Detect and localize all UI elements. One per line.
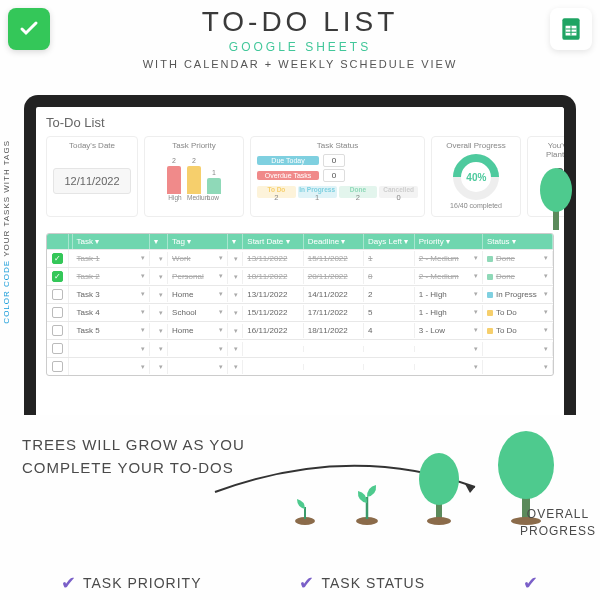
table-row[interactable]: ✓ Task 2▾ ▾ Personal▾ ▾ 18/11/2022 20/11…: [47, 267, 553, 285]
table-row[interactable]: ▾ ▾ ▾ ▾ ▾ ▾: [47, 339, 553, 357]
date-label: Today's Date: [53, 141, 131, 150]
tag-cell[interactable]: ▾: [168, 360, 228, 374]
page-tagline: WITH CALENDAR + WEEKLY SCHEDULE VIEW: [0, 58, 600, 70]
priority-card: Task Priority 221 HighMediumLow: [144, 136, 244, 217]
svg-point-8: [540, 168, 572, 212]
priority-title: Task Priority: [151, 141, 237, 150]
table-row[interactable]: Task 3▾ ▾ Home▾ ▾ 13/11/2022 14/11/2022 …: [47, 285, 553, 303]
start-cell[interactable]: 13/11/2022: [243, 287, 303, 302]
status-cell[interactable]: ▾: [483, 360, 553, 374]
date-value[interactable]: 12/11/2022: [53, 168, 131, 194]
checkbox[interactable]: [47, 304, 69, 321]
table-row[interactable]: Task 5▾ ▾ Home▾ ▾ 16/11/2022 18/11/2022 …: [47, 321, 553, 339]
feature-priority: ✔TASK PRIORITY: [61, 572, 202, 594]
checkbox[interactable]: [47, 340, 69, 357]
days-cell: 2: [364, 287, 415, 302]
status-cell[interactable]: Done▾: [483, 251, 553, 266]
task-cell[interactable]: Task 2▾: [73, 269, 151, 284]
days-cell: 1: [364, 251, 415, 266]
check-icon: [17, 17, 41, 41]
deadline-cell[interactable]: 17/11/2022: [304, 305, 364, 320]
priority-cell[interactable]: ▾: [415, 360, 483, 374]
tag-cell[interactable]: Personal▾: [168, 269, 228, 284]
tag-cell[interactable]: Home▾: [168, 287, 228, 302]
checkbox[interactable]: [47, 358, 69, 375]
app-title: To-Do List: [46, 115, 554, 130]
growth-stages: [290, 425, 558, 525]
spreadsheet-screen: To-Do List Today's Date 12/11/2022 Task …: [24, 95, 576, 415]
start-cell[interactable]: [243, 364, 303, 370]
start-cell[interactable]: 15/11/2022: [243, 305, 303, 320]
svg-point-13: [419, 453, 459, 505]
deadline-cell[interactable]: 15/11/2022: [304, 251, 364, 266]
start-cell[interactable]: [243, 346, 303, 352]
tag-cell[interactable]: Home▾: [168, 323, 228, 338]
header: TO-DO LIST GOOGLE SHEETS WITH CALENDAR +…: [0, 0, 600, 70]
table-header: Task ▾▾Tag ▾▾Start Date ▾Deadline ▾Days …: [47, 234, 553, 249]
priority-cell[interactable]: 1 - High▾: [415, 287, 483, 302]
deadline-cell[interactable]: 18/11/2022: [304, 323, 364, 338]
sprout-2-icon: [350, 475, 384, 525]
task-cell[interactable]: ▾: [73, 342, 151, 356]
checkbox[interactable]: [47, 322, 69, 339]
status-bottom: To Do2In Progress1Done2Cancelled0: [257, 186, 418, 198]
progress-title: Overall Progress: [438, 141, 514, 150]
priority-cell[interactable]: ▾: [415, 342, 483, 356]
sheets-badge: [550, 8, 592, 50]
deadline-cell[interactable]: 14/11/2022: [304, 287, 364, 302]
deadline-cell[interactable]: 20/11/2022: [304, 269, 364, 284]
status-cell[interactable]: To Do▾: [483, 323, 553, 338]
overall-progress-label: OVERALL PROGRESS: [520, 506, 596, 540]
status-cell[interactable]: ▾: [483, 342, 553, 356]
feature-row: ✔TASK PRIORITY ✔TASK STATUS ✔: [0, 572, 600, 594]
days-cell: [364, 364, 415, 370]
deadline-cell[interactable]: [304, 346, 364, 352]
progress-sub: 16/40 completed: [438, 202, 514, 209]
start-cell[interactable]: 18/11/2022: [243, 269, 303, 284]
priority-cell[interactable]: 2 - Medium▾: [415, 269, 483, 284]
days-cell: 8: [364, 269, 415, 284]
check-icon: ✔: [61, 572, 77, 594]
status-title: Task Status: [257, 141, 418, 150]
status-cell[interactable]: Done▾: [483, 269, 553, 284]
table-body: ✓ Task 1▾ ▾ Work▾ ▾ 13/11/2022 15/11/202…: [47, 249, 553, 375]
start-cell[interactable]: 16/11/2022: [243, 323, 303, 338]
google-sheets-icon: [558, 16, 584, 42]
status-rows: Due Today0Overdue Tasks0: [257, 154, 418, 182]
start-cell[interactable]: 13/11/2022: [243, 251, 303, 266]
task-cell[interactable]: ▾: [73, 360, 151, 374]
priority-cell[interactable]: 3 - Low▾: [415, 323, 483, 338]
task-cell[interactable]: Task 5▾: [73, 323, 151, 338]
checkmark-badge: [8, 8, 50, 50]
checkbox[interactable]: [47, 286, 69, 303]
task-table[interactable]: Task ▾▾Tag ▾▾Start Date ▾Deadline ▾Days …: [46, 233, 554, 376]
progress-ring: 40%: [443, 144, 508, 209]
task-cell[interactable]: Task 4▾: [73, 305, 151, 320]
status-cell[interactable]: In Progress▾: [483, 287, 553, 302]
svg-point-16: [498, 431, 554, 499]
priority-chart: 221: [151, 154, 237, 194]
table-row[interactable]: Task 4▾ ▾ School▾ ▾ 15/11/2022 17/11/202…: [47, 303, 553, 321]
decor-tree-right: [536, 160, 576, 234]
status-card: Task Status Due Today0Overdue Tasks0 To …: [250, 136, 425, 217]
checkbox[interactable]: ✓: [47, 250, 69, 267]
date-card: Today's Date 12/11/2022: [46, 136, 138, 217]
check-icon: ✔: [523, 572, 539, 594]
tag-cell[interactable]: Work▾: [168, 251, 228, 266]
deadline-cell[interactable]: [304, 364, 364, 370]
tag-cell[interactable]: ▾: [168, 342, 228, 356]
check-icon: ✔: [299, 572, 315, 594]
sprout-1-icon: [290, 489, 320, 525]
status-cell[interactable]: To Do▾: [483, 305, 553, 320]
task-cell[interactable]: Task 1▾: [73, 251, 151, 266]
feature-progress: ✔: [523, 572, 539, 594]
priority-cell[interactable]: 2 - Medium▾: [415, 251, 483, 266]
table-row[interactable]: ✓ Task 1▾ ▾ Work▾ ▾ 13/11/2022 15/11/202…: [47, 249, 553, 267]
priority-cell[interactable]: 1 - High▾: [415, 305, 483, 320]
tag-cell[interactable]: School▾: [168, 305, 228, 320]
checkbox[interactable]: ✓: [47, 268, 69, 285]
feature-status: ✔TASK STATUS: [299, 572, 425, 594]
table-row[interactable]: ▾ ▾ ▾ ▾ ▾ ▾: [47, 357, 553, 375]
progress-card: Overall Progress 40% 16/40 completed: [431, 136, 521, 217]
task-cell[interactable]: Task 3▾: [73, 287, 151, 302]
